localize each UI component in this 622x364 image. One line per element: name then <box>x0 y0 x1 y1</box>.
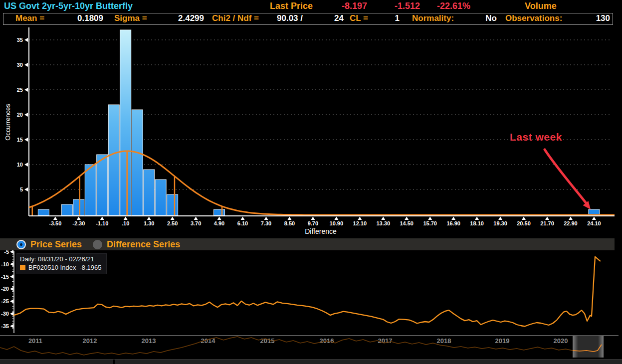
page-title: US Govt 2yr-5yr-10yr Butterfly <box>4 1 133 11</box>
mean-value: 0.1809 <box>53 13 103 23</box>
histogram-bar <box>73 199 84 215</box>
svg-text:-2.30: -2.30 <box>72 220 85 226</box>
svg-text:25: 25 <box>17 87 23 93</box>
chart-legend: Daily: 08/31/20 - 02/26/21 BF020510 Inde… <box>16 253 107 274</box>
svg-text:-20: -20 <box>1 286 9 292</box>
svg-text:2.50: 2.50 <box>167 220 178 226</box>
ndf-value: 24 <box>321 13 344 23</box>
svg-text:2016: 2016 <box>320 337 334 345</box>
legend-series-name: BF020510 Index <box>28 263 76 272</box>
svg-text:10.90: 10.90 <box>330 220 344 226</box>
histogram-bar <box>155 180 166 215</box>
svg-text:6.10: 6.10 <box>237 220 248 226</box>
svg-text:9.70: 9.70 <box>308 220 318 226</box>
histogram-bar <box>38 209 49 215</box>
series-color-swatch <box>20 265 25 270</box>
svg-text:24.10: 24.10 <box>587 220 601 226</box>
svg-text:35: 35 <box>17 37 23 43</box>
svg-text:18.10: 18.10 <box>470 220 484 226</box>
chi2-ndf-label: Chi2 / Ndf = <box>212 13 259 23</box>
observations-label: Observations: <box>505 13 562 23</box>
histogram-bar <box>85 165 96 215</box>
svg-text:1.30: 1.30 <box>144 220 154 226</box>
histogram-bar <box>167 194 178 215</box>
header: US Govt 2yr-5yr-10yr Butterfly Last Pric… <box>0 0 622 13</box>
svg-text:2011: 2011 <box>28 337 42 345</box>
svg-text:15.70: 15.70 <box>423 220 437 226</box>
observations-value: 130 <box>571 13 610 23</box>
svg-text:-10: -10 <box>1 261 9 267</box>
svg-text:19.30: 19.30 <box>493 220 507 226</box>
svg-text:2020: 2020 <box>554 337 568 345</box>
navigator-selection[interactable] <box>573 336 604 358</box>
last-price-label: Last Price <box>270 1 313 11</box>
cl-value: 1 <box>377 13 400 23</box>
scrollbar-divider <box>113 360 115 364</box>
radio-selected-icon[interactable] <box>16 240 26 249</box>
navigator-panel: 2011201220132014201520162017201820192020 <box>0 335 622 358</box>
svg-text:2018: 2018 <box>437 337 451 345</box>
svg-text:-1.10: -1.10 <box>96 220 108 226</box>
last-price-value: -8.197 <box>309 1 367 11</box>
svg-text:21.70: 21.70 <box>540 220 554 226</box>
svg-text:22.90: 22.90 <box>564 220 578 226</box>
histogram-bar <box>61 204 72 215</box>
x-axis-title: Difference <box>271 227 371 235</box>
radio-unselected-icon[interactable] <box>93 240 102 249</box>
svg-text:-3.50: -3.50 <box>49 220 61 226</box>
svg-text:12.10: 12.10 <box>353 220 367 226</box>
histogram-bar <box>108 105 119 215</box>
sigma-marker-lines <box>32 152 222 215</box>
svg-text:.10: .10 <box>122 220 129 226</box>
svg-text:3.70: 3.70 <box>191 220 201 226</box>
histogram-bar <box>132 110 143 215</box>
histogram-bar <box>120 30 131 215</box>
svg-text:-5: -5 <box>4 250 9 255</box>
svg-text:-25: -25 <box>1 298 9 304</box>
svg-text:2013: 2013 <box>142 337 156 345</box>
histogram-bar <box>144 170 155 215</box>
svg-text:8.50: 8.50 <box>284 220 295 226</box>
bloomberg-histogram-screen: US Govt 2yr-5yr-10yr Butterfly Last Pric… <box>0 0 622 364</box>
mean-label: Mean = <box>15 13 44 23</box>
last-week-annotation: Last week <box>510 131 562 143</box>
series-toggle-bar: Price Series Difference Series <box>0 238 615 250</box>
navigator-chart: 2011201220132014201520162017201820192020 <box>0 335 622 358</box>
last-week-arrow <box>545 150 591 209</box>
difference-series-label: Difference Series <box>107 239 180 250</box>
legend-last-value: -8.1965 <box>79 263 101 272</box>
svg-text:4.90: 4.90 <box>214 220 224 226</box>
histogram-x-axis: -3.50-2.30-1.10.101.302.503.704.906.107.… <box>29 216 615 226</box>
svg-text:13.30: 13.30 <box>377 220 391 226</box>
stats-bar: Mean = 0.1809 Sigma = 2.4299 Chi2 / Ndf … <box>3 13 613 25</box>
histogram-y-axis: 5101520253035 <box>17 27 29 216</box>
radio-price-series[interactable]: Price Series <box>16 239 82 250</box>
navigator-year-labels: 2011201220132014201520162017201820192020 <box>28 337 568 345</box>
volume-label: Volume <box>525 1 557 11</box>
horizontal-scrollbar[interactable] <box>0 359 622 364</box>
svg-text:16.90: 16.90 <box>446 220 460 226</box>
legend-period: Daily: 08/31/20 - 02/26/21 <box>20 255 102 263</box>
svg-text:-30: -30 <box>1 311 9 317</box>
svg-text:5: 5 <box>20 186 23 192</box>
svg-text:14.50: 14.50 <box>400 220 414 226</box>
cl-label: CL = <box>350 13 368 23</box>
normality-value: No <box>467 13 497 23</box>
svg-text:-15: -15 <box>1 274 9 280</box>
svg-text:2012: 2012 <box>83 337 97 345</box>
histogram-bar <box>97 155 108 215</box>
pct-change-value: -22.61% <box>423 1 470 11</box>
radio-difference-series[interactable]: Difference Series <box>93 239 180 250</box>
svg-text:2019: 2019 <box>495 337 510 345</box>
normality-label: Normality: <box>412 13 454 23</box>
chi2-value: 90.03 / <box>260 13 303 23</box>
svg-text:10: 10 <box>17 162 23 168</box>
sigma-value: 2.4299 <box>163 13 204 23</box>
svg-text:2017: 2017 <box>378 337 393 345</box>
svg-text:7.30: 7.30 <box>261 220 271 226</box>
svg-text:20.50: 20.50 <box>517 220 531 226</box>
price-series-label: Price Series <box>30 239 82 250</box>
svg-text:20: 20 <box>17 112 23 118</box>
svg-text:15: 15 <box>17 137 23 143</box>
y-axis-title: Occurrences <box>4 77 12 167</box>
